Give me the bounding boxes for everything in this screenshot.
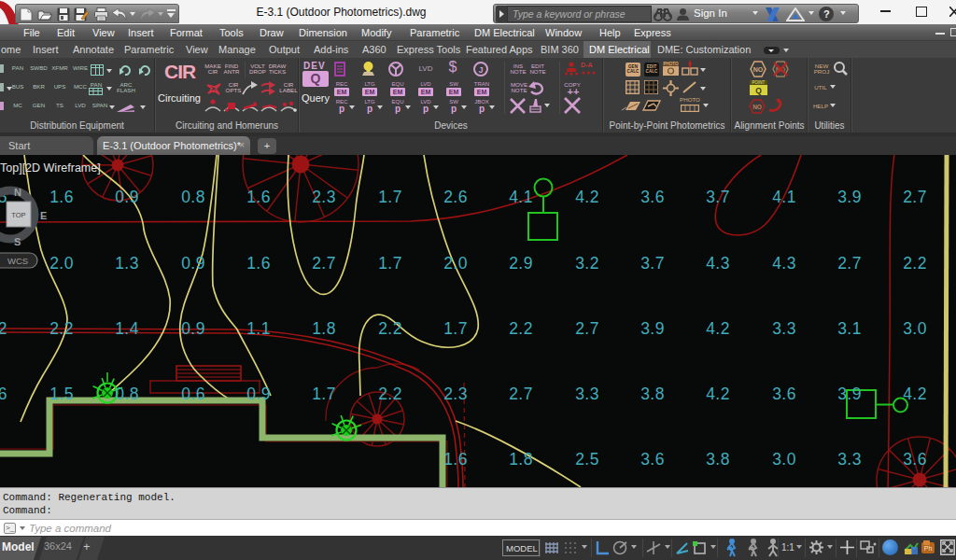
svg-text:3.3: 3.3 xyxy=(772,319,796,338)
svg-text:1.8: 1.8 xyxy=(312,319,336,338)
svg-text:3.1: 3.1 xyxy=(837,319,862,338)
svg-text:2.2: 2.2 xyxy=(509,319,533,338)
svg-text:1.6: 1.6 xyxy=(246,188,271,206)
svg-text:4.2: 4.2 xyxy=(575,188,599,206)
svg-text:2.2: 2.2 xyxy=(49,319,74,338)
svg-text:3.9: 3.9 xyxy=(640,319,665,338)
svg-text:WCS: WCS xyxy=(7,256,28,266)
svg-text:N: N xyxy=(14,187,21,198)
svg-text:3.7: 3.7 xyxy=(640,254,665,273)
svg-text:0.8: 0.8 xyxy=(181,188,205,206)
svg-text:4.3: 4.3 xyxy=(706,254,730,273)
svg-text:3.0: 3.0 xyxy=(903,319,927,338)
svg-text:NO: NO xyxy=(752,104,762,110)
svg-text:3.0: 3.0 xyxy=(772,450,796,469)
svg-text:2.7: 2.7 xyxy=(312,254,336,273)
svg-text:1.6: 1.6 xyxy=(49,188,74,206)
svg-text:0.9: 0.9 xyxy=(246,385,271,403)
svg-text:1.7: 1.7 xyxy=(443,319,468,338)
svg-text:1.6: 1.6 xyxy=(246,254,271,273)
svg-text:0.8: 0.8 xyxy=(115,385,139,403)
svg-text:3.9: 3.9 xyxy=(837,385,862,403)
svg-text:3.6: 3.6 xyxy=(640,188,665,206)
svg-text:1.1: 1.1 xyxy=(246,319,271,338)
svg-text:2.9: 2.9 xyxy=(509,254,533,273)
svg-text:2.0: 2.0 xyxy=(49,254,74,273)
svg-text:PHOTO: PHOTO xyxy=(664,62,679,66)
svg-text:0.6: 0.6 xyxy=(181,385,205,403)
svg-text:3.8: 3.8 xyxy=(640,385,665,403)
svg-text:TOP: TOP xyxy=(11,211,25,219)
svg-text:1.4: 1.4 xyxy=(115,319,139,338)
svg-text:3.9: 3.9 xyxy=(837,188,862,206)
svg-text:2.5: 2.5 xyxy=(575,450,599,469)
svg-text:Top][2D Wireframe]: Top][2D Wireframe] xyxy=(0,161,101,175)
svg-text:1.5: 1.5 xyxy=(49,385,74,403)
svg-text:0.9: 0.9 xyxy=(181,254,205,273)
svg-text:3.7: 3.7 xyxy=(706,188,730,206)
svg-text:4.2: 4.2 xyxy=(706,385,730,403)
svg-text:3.8: 3.8 xyxy=(706,450,730,469)
svg-text:4.2: 4.2 xyxy=(706,319,730,338)
svg-text:1.7: 1.7 xyxy=(312,385,336,403)
svg-text:3.6: 3.6 xyxy=(772,385,796,403)
svg-text:1.7: 1.7 xyxy=(378,254,402,273)
svg-text:0.9: 0.9 xyxy=(181,319,205,338)
svg-text:4.1: 4.1 xyxy=(509,188,533,206)
svg-text:4.3: 4.3 xyxy=(772,254,796,273)
svg-text:2.6: 2.6 xyxy=(0,385,7,403)
svg-text:0.9: 0.9 xyxy=(115,188,139,206)
svg-text:S: S xyxy=(14,236,21,247)
svg-text:2.7: 2.7 xyxy=(575,319,599,338)
svg-text:1.7: 1.7 xyxy=(378,188,402,206)
svg-text:2.2: 2.2 xyxy=(378,319,402,338)
svg-text:2.2: 2.2 xyxy=(903,254,927,273)
svg-text:2.7: 2.7 xyxy=(903,188,927,206)
svg-text:2.3: 2.3 xyxy=(443,385,468,403)
svg-text:3.6: 3.6 xyxy=(903,450,927,469)
svg-text:2.7: 2.7 xyxy=(837,254,862,273)
svg-text:Q: Q xyxy=(755,86,762,95)
svg-text:J: J xyxy=(478,65,483,75)
svg-text:4.2: 4.2 xyxy=(903,385,927,403)
svg-text:2.0: 2.0 xyxy=(443,254,468,273)
svg-text:POINT: POINT xyxy=(752,80,766,85)
svg-text:3.3: 3.3 xyxy=(837,450,862,469)
svg-text:3.2: 3.2 xyxy=(0,319,7,338)
svg-text:1.8: 1.8 xyxy=(509,450,533,469)
svg-text:1.3: 1.3 xyxy=(115,254,139,273)
svg-text:E: E xyxy=(40,210,47,221)
svg-text:2.2: 2.2 xyxy=(378,385,402,403)
svg-text:2.3: 2.3 xyxy=(312,188,336,206)
svg-text:NO: NO xyxy=(753,66,764,73)
svg-text:2.6: 2.6 xyxy=(443,188,468,206)
svg-text:4.1: 4.1 xyxy=(772,188,796,206)
svg-text:3.3: 3.3 xyxy=(575,385,599,403)
svg-text:Ph: Ph xyxy=(924,545,933,552)
svg-text:3.6: 3.6 xyxy=(640,450,665,469)
svg-text:2.7: 2.7 xyxy=(509,385,533,403)
svg-text:3.2: 3.2 xyxy=(575,254,599,273)
svg-text:1.6: 1.6 xyxy=(443,450,468,469)
